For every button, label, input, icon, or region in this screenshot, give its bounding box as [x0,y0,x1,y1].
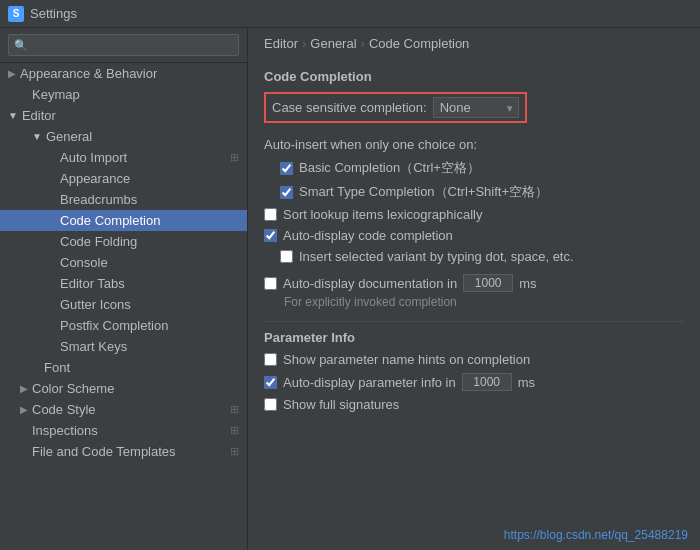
page-icon: ⊞ [230,151,239,164]
checkbox-sort-lookup: Sort lookup items lexicographically [264,204,684,225]
page-icon: ⊞ [230,403,239,416]
content-wrapper: Editor › General › Code Completion Code … [248,28,700,550]
sidebar-item-inspections[interactable]: Inspections⊞ [0,420,247,441]
checkbox-show-full-sigs-label: Show full signatures [283,397,399,412]
page-icon: ⊞ [230,445,239,458]
case-sensitive-select[interactable]: None All First letter [433,97,519,118]
search-input[interactable] [8,34,239,56]
title-bar: S Settings [0,0,700,28]
search-box: 🔍 [0,28,247,63]
checkbox-basic-completion-input[interactable] [280,162,293,175]
sidebar-item-code-style[interactable]: ▶Code Style⊞ [0,399,247,420]
checkbox-show-full-sigs: Show full signatures [264,394,684,415]
sidebar-item-editor-tabs[interactable]: Editor Tabs [0,273,247,294]
sidebar-item-label: Inspections [32,423,98,438]
sidebar-item-console[interactable]: Console [0,252,247,273]
sidebar-item-label: Postfix Completion [60,318,168,333]
sidebar-item-appearance[interactable]: Appearance [0,168,247,189]
breadcrumb-sep-2: › [361,36,365,51]
arrow-icon: ▼ [8,110,18,121]
checkbox-insert-variant-input[interactable] [280,250,293,263]
breadcrumb-editor: Editor [264,36,298,51]
footer-link[interactable]: https://blog.csdn.net/qq_25488219 [504,528,688,542]
checkbox-insert-variant-label: Insert selected variant by typing dot, s… [299,249,574,264]
sidebar-item-color-scheme[interactable]: ▶Color Scheme [0,378,247,399]
breadcrumb-general: General [310,36,356,51]
sidebar-item-label: File and Code Templates [32,444,176,459]
sidebar-item-label: Breadcrumbs [60,192,137,207]
content-area: Code Completion Case sensitive completio… [248,59,700,419]
checkbox-auto-display-param-input[interactable] [264,376,277,389]
sidebar-item-editor[interactable]: ▼Editor [0,105,247,126]
sidebar-item-label: Editor Tabs [60,276,125,291]
sidebar-item-file-and-code-templates[interactable]: File and Code Templates⊞ [0,441,247,462]
auto-display-doc-checkbox[interactable] [264,277,277,290]
hint-text: For explicitly invoked completion [284,295,684,313]
arrow-icon: ▶ [20,383,28,394]
auto-display-doc-row: Auto-display documentation in ms [264,271,684,295]
checkbox-show-param-hints-label: Show parameter name hints on completion [283,352,530,367]
search-icon: 🔍 [14,39,28,52]
checkbox-basic-completion: Basic Completion（Ctrl+空格） [280,156,684,180]
section-title: Code Completion [264,63,684,88]
sidebar-item-general[interactable]: ▼General [0,126,247,147]
sidebar-item-smart-keys[interactable]: Smart Keys [0,336,247,357]
case-sensitive-label: Case sensitive completion: [272,100,427,115]
main-container: 🔍 ▶Appearance & BehaviorKeymap▼Editor▼Ge… [0,28,700,550]
sidebar-item-label: Code Completion [60,213,160,228]
sidebar-item-postfix-completion[interactable]: Postfix Completion [0,315,247,336]
sidebar-item-code-folding[interactable]: Code Folding [0,231,247,252]
checkbox-show-full-sigs-input[interactable] [264,398,277,411]
sidebar-item-label: Editor [22,108,56,123]
checkbox-show-param-hints-input[interactable] [264,353,277,366]
auto-display-doc-label: Auto-display documentation in [283,276,457,291]
sidebar-item-font[interactable]: Font [0,357,247,378]
sidebar-item-breadcrumbs[interactable]: Breadcrumbs [0,189,247,210]
checkbox-sort-lookup-input[interactable] [264,208,277,221]
checkbox-auto-display-param: Auto-display parameter info in ms [264,370,684,394]
breadcrumb-code-completion: Code Completion [369,36,469,51]
sidebar-item-label: Console [60,255,108,270]
sidebar-item-label: Keymap [32,87,80,102]
sidebar: 🔍 ▶Appearance & BehaviorKeymap▼Editor▼Ge… [0,28,248,550]
page-icon: ⊞ [230,424,239,437]
sidebar-item-code-completion[interactable]: Code Completion [0,210,247,231]
checkbox-auto-display-param-label: Auto-display parameter info in [283,375,456,390]
sidebar-item-label: Appearance [60,171,130,186]
window-title: Settings [30,6,77,21]
checkbox-auto-display: Auto-display code completion [264,225,684,246]
checkbox-auto-display-input[interactable] [264,229,277,242]
sidebar-item-label: Gutter Icons [60,297,131,312]
sidebar-item-label: Appearance & Behavior [20,66,157,81]
checkbox-insert-variant: Insert selected variant by typing dot, s… [280,246,684,267]
sidebar-item-label: Auto Import [60,150,127,165]
sidebar-item-gutter-icons[interactable]: Gutter Icons [0,294,247,315]
auto-display-doc-ms: ms [519,276,536,291]
sidebar-item-auto-import[interactable]: Auto Import⊞ [0,147,247,168]
breadcrumb-sep-1: › [302,36,306,51]
arrow-icon: ▶ [8,68,16,79]
arrow-icon: ▼ [32,131,42,142]
auto-display-doc-input[interactable] [463,274,513,292]
auto-display-param-ms: ms [518,375,535,390]
auto-insert-label: Auto-insert when only one choice on: [264,137,684,152]
checkbox-show-param-hints: Show parameter name hints on completion [264,349,684,370]
sidebar-item-label: Code Folding [60,234,137,249]
app-icon: S [8,6,24,22]
checkbox-basic-completion-label: Basic Completion（Ctrl+空格） [299,159,480,177]
sidebar-item-keymap[interactable]: Keymap [0,84,247,105]
sidebar-item-appearance-behavior[interactable]: ▶Appearance & Behavior [0,63,247,84]
breadcrumb: Editor › General › Code Completion [248,28,700,59]
sidebar-item-label: Font [44,360,70,375]
tree-container: ▶Appearance & BehaviorKeymap▼Editor▼Gene… [0,63,247,462]
sidebar-item-label: General [46,129,92,144]
param-info-title: Parameter Info [264,330,684,345]
checkbox-auto-display-label: Auto-display code completion [283,228,453,243]
sidebar-item-label: Code Style [32,402,96,417]
search-wrapper: 🔍 [8,34,239,56]
sidebar-item-label: Smart Keys [60,339,127,354]
divider [264,321,684,322]
checkbox-smart-type-input[interactable] [280,186,293,199]
case-sensitive-select-wrapper: None All First letter ▼ [433,97,519,118]
auto-display-param-input[interactable] [462,373,512,391]
